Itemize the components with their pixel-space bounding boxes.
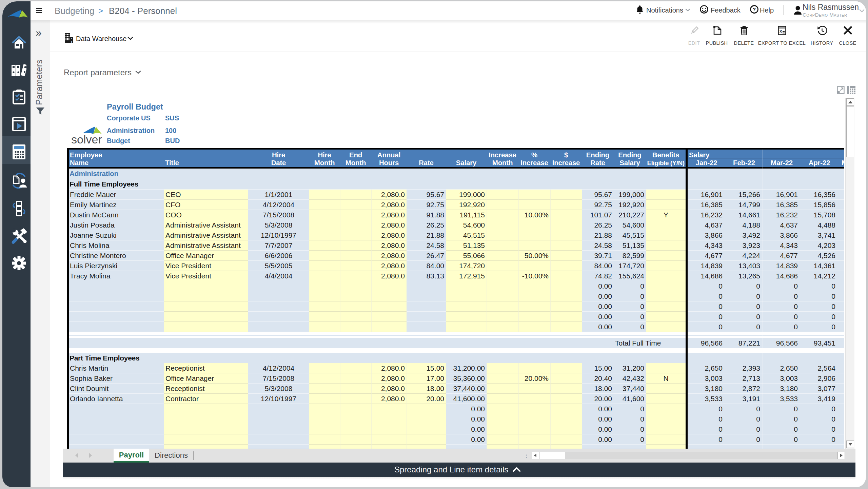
svg-text:?: ? (753, 6, 756, 12)
svg-text:x: x (780, 28, 782, 34)
